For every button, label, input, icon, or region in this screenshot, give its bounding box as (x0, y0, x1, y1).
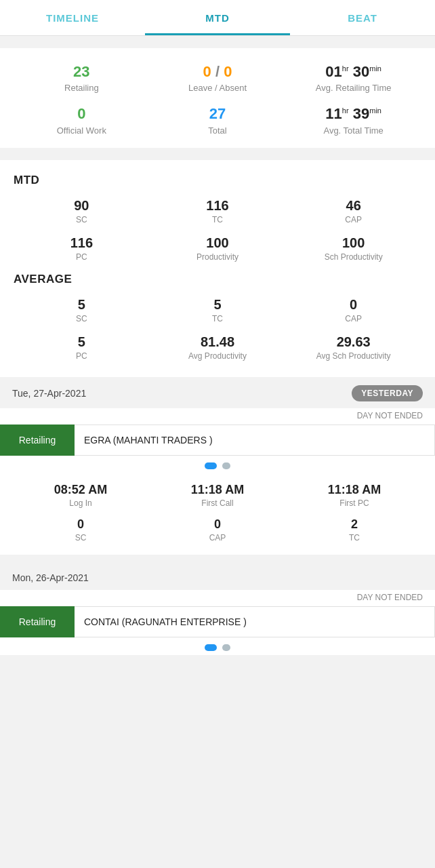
timeline-day-2: Mon, 26-Apr-2021 DAY NOT ENDED Retailing… (0, 564, 435, 655)
official-work-value: 0 (14, 105, 150, 123)
leave-value: 0 (203, 63, 211, 80)
mtd-sch-productivity: 100 Sch Productivity (285, 235, 421, 262)
retailing-bar-2: Retailing CONTAI (RAGUNATH ENTERPRISE ) (0, 606, 435, 637)
entry-first-pc-1: 11:18 AM First PC (286, 483, 423, 508)
retailing-value: 23 (14, 63, 150, 81)
summary-avg-total-time: 11hr 39min Avg. Total Time (285, 105, 421, 135)
summary-avg-retailing-time: 01hr 30min Avg. Retailing Time (285, 63, 421, 93)
average-stats-grid: 5 SC 5 TC 0 CAP 5 PC 81.48 Avg Productiv… (14, 297, 421, 361)
mtd-sc: 90 SC (14, 198, 150, 224)
avg-retailing-time-label: Avg. Retailing Time (285, 83, 421, 93)
average-title: AVERAGE (14, 273, 421, 286)
dot-2-active (205, 644, 217, 651)
absent-value: 0 (224, 63, 232, 80)
yesterday-badge: YESTERDAY (352, 385, 423, 401)
avg-cap: 0 CAP (285, 297, 421, 323)
summary-retailing: 23 Retailing (14, 63, 150, 93)
retailing-type-1: Retailing (0, 425, 75, 456)
retailing-label: Retailing (14, 83, 150, 93)
avg-sc: 5 SC (14, 297, 150, 323)
dots-row-2 (0, 637, 435, 655)
mtd-cap: 46 CAP (285, 198, 421, 224)
avg-retailing-time-value: 01hr 30min (285, 63, 421, 81)
day-2-header: Mon, 26-Apr-2021 (12, 564, 423, 590)
avg-sch-productivity: 29.63 Avg Sch Productivity (285, 334, 421, 361)
official-work-label: Official Work (14, 125, 150, 136)
retailing-bar-1: Retailing EGRA (MAHANTI TRADERS ) (0, 425, 435, 456)
mtd-productivity: 100 Productivity (150, 235, 286, 262)
day-1-header: Tue, 27-Apr-2021 YESTERDAY (12, 377, 423, 408)
dots-row-1 (0, 456, 435, 473)
leave-absent-label: Leave / Absent (150, 83, 286, 93)
tab-timeline[interactable]: TIMELINE (0, 0, 145, 35)
summary-total: 27 Total (150, 105, 286, 135)
tabs-bar: TIMELINE MTD BEAT (0, 0, 435, 36)
mtd-title: MTD (14, 174, 421, 187)
avg-total-time-label: Avg. Total Time (285, 125, 421, 136)
entry-first-call-1: 11:18 AM First Call (149, 483, 286, 508)
total-value: 27 (150, 105, 286, 123)
total-label: Total (150, 125, 286, 136)
mtd-stats-grid: 90 SC 116 TC 46 CAP 116 PC 100 Productiv… (14, 198, 421, 262)
summary-official-work: 0 Official Work (14, 105, 150, 135)
entry-stats-1: 08:52 AM Log In 11:18 AM First Call 11:1… (0, 473, 435, 555)
retailing-place-2: CONTAI (RAGUNATH ENTERPRISE ) (75, 606, 435, 637)
retailing-place-1: EGRA (MAHANTI TRADERS ) (75, 425, 435, 456)
leave-absent-value: 0 / 0 (150, 63, 286, 81)
entry-sc-1: 0 SC (12, 517, 149, 542)
day-2-not-ended: DAY NOT ENDED (0, 590, 435, 606)
dot-1-inactive (222, 462, 230, 469)
avg-pc: 5 PC (14, 334, 150, 361)
avg-total-time-value: 11hr 39min (285, 105, 421, 123)
entry-login-1: 08:52 AM Log In (12, 483, 149, 508)
day-2-date: Mon, 26-Apr-2021 (12, 572, 89, 583)
tab-beat[interactable]: BEAT (290, 0, 435, 35)
avg-tc: 5 TC (150, 297, 286, 323)
timeline-day-1: Tue, 27-Apr-2021 YESTERDAY DAY NOT ENDED… (0, 377, 435, 555)
entry-cap-1: 0 CAP (149, 517, 286, 542)
summary-grid: 23 Retailing 0 / 0 Leave / Absent 01hr 3… (14, 63, 421, 136)
avg-productivity: 81.48 Avg Productivity (150, 334, 286, 361)
tab-mtd[interactable]: MTD (145, 0, 290, 35)
mtd-section: MTD 90 SC 116 TC 46 CAP 116 PC 100 Produ… (0, 160, 435, 377)
day-1-date: Tue, 27-Apr-2021 (12, 388, 86, 399)
entry-tc-1: 2 TC (286, 517, 423, 542)
day-1-not-ended: DAY NOT ENDED (0, 408, 435, 425)
summary-leave-absent: 0 / 0 Leave / Absent (150, 63, 286, 93)
retailing-type-2: Retailing (0, 606, 75, 637)
dot-2-inactive (222, 644, 230, 651)
dot-1-active (205, 462, 217, 469)
summary-card: 23 Retailing 0 / 0 Leave / Absent 01hr 3… (0, 48, 435, 148)
mtd-tc: 116 TC (150, 198, 286, 224)
mtd-pc: 116 PC (14, 235, 150, 262)
